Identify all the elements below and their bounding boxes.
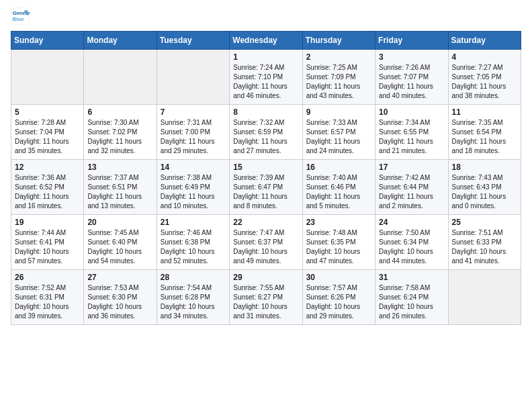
header-row: SundayMondayTuesdayWednesdayThursdayFrid…: [11, 32, 521, 50]
day-number: 25: [452, 218, 517, 227]
day-info: Sunrise: 7:53 AMSunset: 6:30 PMDaylight:…: [87, 283, 152, 321]
day-info: Sunrise: 7:58 AMSunset: 6:24 PMDaylight:…: [379, 283, 444, 321]
header-cell-tuesday: Tuesday: [157, 32, 229, 50]
day-number: 28: [161, 273, 226, 282]
day-cell: 16Sunrise: 7:40 AMSunset: 6:46 PMDayligh…: [302, 160, 375, 215]
day-cell: 23Sunrise: 7:48 AMSunset: 6:35 PMDayligh…: [302, 215, 375, 270]
day-number: 14: [161, 163, 226, 172]
day-cell: 2Sunrise: 7:25 AMSunset: 7:09 PMDaylight…: [302, 50, 375, 105]
day-info: Sunrise: 7:27 AMSunset: 7:05 PMDaylight:…: [452, 63, 517, 101]
day-info: Sunrise: 7:33 AMSunset: 6:57 PMDaylight:…: [306, 118, 371, 156]
day-number: 9: [306, 107, 371, 117]
day-info: Sunrise: 7:45 AMSunset: 6:40 PMDaylight:…: [87, 228, 152, 266]
day-cell: 8Sunrise: 7:32 AMSunset: 6:59 PMDaylight…: [230, 105, 302, 160]
day-info: Sunrise: 7:37 AMSunset: 6:51 PMDaylight:…: [87, 173, 152, 211]
header: General Blue: [11, 7, 521, 26]
day-cell: [11, 50, 84, 105]
day-info: Sunrise: 7:47 AMSunset: 6:37 PMDaylight:…: [233, 228, 298, 266]
day-cell: 9Sunrise: 7:33 AMSunset: 6:57 PMDaylight…: [302, 105, 375, 160]
day-number: 23: [306, 218, 371, 227]
header-cell-friday: Friday: [375, 32, 448, 50]
day-number: 19: [15, 218, 80, 227]
day-cell: 19Sunrise: 7:44 AMSunset: 6:41 PMDayligh…: [11, 215, 84, 270]
day-number: 2: [306, 52, 371, 62]
day-info: Sunrise: 7:55 AMSunset: 6:27 PMDaylight:…: [233, 283, 298, 321]
logo: General Blue: [11, 7, 32, 26]
day-cell: 28Sunrise: 7:54 AMSunset: 6:28 PMDayligh…: [157, 270, 229, 325]
day-cell: 24Sunrise: 7:50 AMSunset: 6:34 PMDayligh…: [375, 215, 448, 270]
day-number: 6: [87, 107, 152, 117]
day-number: 27: [87, 273, 152, 282]
day-number: 24: [379, 218, 444, 227]
day-number: 12: [15, 163, 80, 172]
calendar-table: SundayMondayTuesdayWednesdayThursdayFrid…: [11, 31, 521, 325]
day-number: 21: [161, 218, 226, 227]
header-cell-monday: Monday: [84, 32, 157, 50]
day-info: Sunrise: 7:48 AMSunset: 6:35 PMDaylight:…: [306, 228, 371, 266]
day-number: 30: [306, 273, 371, 282]
week-row-5: 26Sunrise: 7:52 AMSunset: 6:31 PMDayligh…: [11, 270, 521, 325]
day-info: Sunrise: 7:24 AMSunset: 7:10 PMDaylight:…: [233, 63, 298, 101]
day-number: 16: [306, 163, 371, 172]
day-number: 5: [15, 107, 80, 117]
day-cell: 30Sunrise: 7:57 AMSunset: 6:26 PMDayligh…: [302, 270, 375, 325]
day-number: 10: [379, 107, 444, 117]
header-cell-saturday: Saturday: [448, 32, 521, 50]
day-info: Sunrise: 7:44 AMSunset: 6:41 PMDaylight:…: [15, 228, 80, 266]
day-cell: 18Sunrise: 7:43 AMSunset: 6:43 PMDayligh…: [448, 160, 521, 215]
day-cell: 31Sunrise: 7:58 AMSunset: 6:24 PMDayligh…: [375, 270, 448, 325]
day-info: Sunrise: 7:34 AMSunset: 6:55 PMDaylight:…: [379, 118, 444, 156]
day-info: Sunrise: 7:32 AMSunset: 6:59 PMDaylight:…: [233, 118, 298, 156]
week-row-2: 5Sunrise: 7:28 AMSunset: 7:04 PMDaylight…: [11, 105, 521, 160]
day-info: Sunrise: 7:35 AMSunset: 6:54 PMDaylight:…: [452, 118, 517, 156]
day-number: 31: [379, 273, 444, 282]
day-number: 29: [233, 273, 298, 282]
day-number: 20: [87, 218, 152, 227]
day-info: Sunrise: 7:26 AMSunset: 7:07 PMDaylight:…: [379, 63, 444, 101]
day-cell: 10Sunrise: 7:34 AMSunset: 6:55 PMDayligh…: [375, 105, 448, 160]
day-cell: 14Sunrise: 7:38 AMSunset: 6:49 PMDayligh…: [157, 160, 229, 215]
header-cell-wednesday: Wednesday: [230, 32, 302, 50]
day-info: Sunrise: 7:42 AMSunset: 6:44 PMDaylight:…: [379, 173, 444, 211]
svg-text:Blue: Blue: [13, 16, 24, 22]
day-number: 26: [15, 273, 80, 282]
day-info: Sunrise: 7:52 AMSunset: 6:31 PMDaylight:…: [15, 283, 80, 321]
day-info: Sunrise: 7:46 AMSunset: 6:38 PMDaylight:…: [161, 228, 226, 266]
day-cell: [84, 50, 157, 105]
logo-icon: General Blue: [11, 7, 30, 26]
day-info: Sunrise: 7:31 AMSunset: 7:00 PMDaylight:…: [161, 118, 226, 156]
week-row-3: 12Sunrise: 7:36 AMSunset: 6:52 PMDayligh…: [11, 160, 521, 215]
day-cell: 20Sunrise: 7:45 AMSunset: 6:40 PMDayligh…: [84, 215, 157, 270]
main-container: General Blue SundayMondayTuesdayWednesda…: [0, 0, 532, 332]
day-number: 4: [452, 52, 517, 62]
day-cell: [448, 270, 521, 325]
day-number: 11: [452, 107, 517, 117]
day-cell: 6Sunrise: 7:30 AMSunset: 7:02 PMDaylight…: [84, 105, 157, 160]
day-cell: 7Sunrise: 7:31 AMSunset: 7:00 PMDaylight…: [157, 105, 229, 160]
day-cell: 13Sunrise: 7:37 AMSunset: 6:51 PMDayligh…: [84, 160, 157, 215]
day-info: Sunrise: 7:30 AMSunset: 7:02 PMDaylight:…: [87, 118, 152, 156]
day-info: Sunrise: 7:43 AMSunset: 6:43 PMDaylight:…: [452, 173, 517, 211]
week-row-4: 19Sunrise: 7:44 AMSunset: 6:41 PMDayligh…: [11, 215, 521, 270]
day-cell: 22Sunrise: 7:47 AMSunset: 6:37 PMDayligh…: [230, 215, 302, 270]
day-info: Sunrise: 7:39 AMSunset: 6:47 PMDaylight:…: [233, 173, 298, 211]
day-cell: [157, 50, 229, 105]
day-info: Sunrise: 7:40 AMSunset: 6:46 PMDaylight:…: [306, 173, 371, 211]
day-number: 22: [233, 218, 298, 227]
day-cell: 21Sunrise: 7:46 AMSunset: 6:38 PMDayligh…: [157, 215, 229, 270]
day-number: 7: [161, 107, 226, 117]
day-cell: 4Sunrise: 7:27 AMSunset: 7:05 PMDaylight…: [448, 50, 521, 105]
day-number: 13: [87, 163, 152, 172]
day-info: Sunrise: 7:50 AMSunset: 6:34 PMDaylight:…: [379, 228, 444, 266]
day-cell: 17Sunrise: 7:42 AMSunset: 6:44 PMDayligh…: [375, 160, 448, 215]
day-number: 1: [233, 52, 298, 62]
day-number: 15: [233, 163, 298, 172]
day-cell: 1Sunrise: 7:24 AMSunset: 7:10 PMDaylight…: [230, 50, 302, 105]
header-cell-thursday: Thursday: [302, 32, 375, 50]
day-cell: 15Sunrise: 7:39 AMSunset: 6:47 PMDayligh…: [230, 160, 302, 215]
day-number: 17: [379, 163, 444, 172]
day-number: 18: [452, 163, 517, 172]
header-cell-sunday: Sunday: [11, 32, 84, 50]
day-info: Sunrise: 7:57 AMSunset: 6:26 PMDaylight:…: [306, 283, 371, 321]
day-cell: 11Sunrise: 7:35 AMSunset: 6:54 PMDayligh…: [448, 105, 521, 160]
